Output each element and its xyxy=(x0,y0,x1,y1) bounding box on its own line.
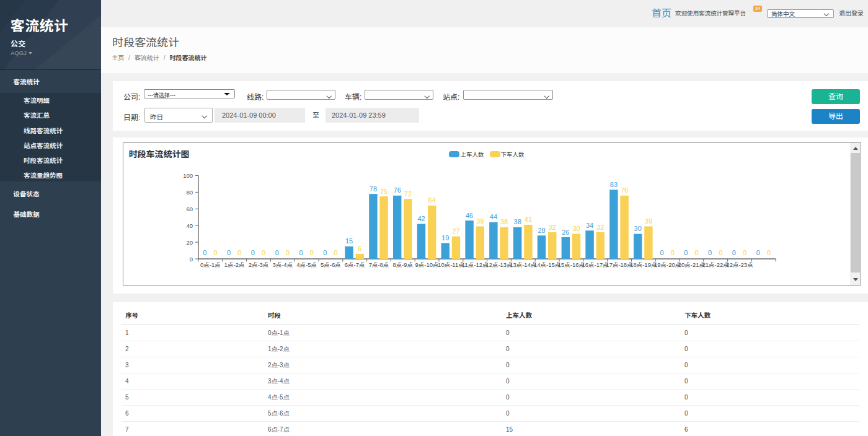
svg-text:15: 15 xyxy=(345,237,353,245)
svg-text:0: 0 xyxy=(299,249,303,256)
svg-text:0: 0 xyxy=(251,249,255,256)
svg-text:38: 38 xyxy=(500,218,508,225)
svg-text:72: 72 xyxy=(404,190,412,198)
svg-text:6: 6 xyxy=(358,245,361,252)
svg-text:41: 41 xyxy=(525,216,532,223)
svg-text:76: 76 xyxy=(394,186,401,194)
svg-text:16点-17点: 16点-17点 xyxy=(582,261,609,268)
svg-text:11点-12点: 11点-12点 xyxy=(462,261,489,268)
svg-text:15点-16点: 15点-16点 xyxy=(558,261,585,268)
svg-text:3点-4点: 3点-4点 xyxy=(272,261,293,268)
svg-text:0: 0 xyxy=(237,249,241,256)
svg-text:6点-7点: 6点-7点 xyxy=(345,261,365,268)
svg-text:0: 0 xyxy=(310,249,314,256)
svg-text:34: 34 xyxy=(586,222,593,229)
svg-text:46: 46 xyxy=(466,212,473,219)
svg-text:78: 78 xyxy=(370,185,377,193)
svg-text:30: 30 xyxy=(634,225,642,232)
svg-text:39: 39 xyxy=(476,217,484,225)
svg-text:0: 0 xyxy=(756,249,760,256)
svg-text:18点-19点: 18点-19点 xyxy=(630,261,657,268)
svg-text:0: 0 xyxy=(203,249,206,256)
svg-text:4点-5点: 4点-5点 xyxy=(296,261,317,268)
svg-text:0: 0 xyxy=(767,249,771,256)
svg-text:80: 80 xyxy=(186,189,193,196)
svg-text:27: 27 xyxy=(452,227,459,235)
svg-text:17点-18点: 17点-18点 xyxy=(606,261,632,268)
svg-text:32: 32 xyxy=(549,224,556,231)
svg-text:13点-14点: 13点-14点 xyxy=(510,261,536,268)
svg-text:0点-1点: 0点-1点 xyxy=(200,261,221,268)
svg-text:22点-23点: 22点-23点 xyxy=(726,261,753,268)
svg-text:14点-15点: 14点-15点 xyxy=(534,261,560,268)
svg-text:30: 30 xyxy=(572,225,580,232)
svg-text:38: 38 xyxy=(514,218,521,225)
svg-text:10点-11点: 10点-11点 xyxy=(438,261,464,268)
svg-text:0: 0 xyxy=(671,249,675,256)
svg-text:100: 100 xyxy=(183,172,193,179)
svg-text:0: 0 xyxy=(732,249,736,256)
svg-text:0: 0 xyxy=(227,249,231,256)
svg-text:0: 0 xyxy=(334,249,337,256)
svg-text:60: 60 xyxy=(186,206,193,212)
svg-text:8点-9点: 8点-9点 xyxy=(392,261,413,268)
svg-text:1点-2点: 1点-2点 xyxy=(224,261,245,268)
svg-text:32: 32 xyxy=(596,224,604,231)
svg-text:2点-3点: 2点-3点 xyxy=(249,261,269,268)
svg-text:20: 20 xyxy=(186,239,193,246)
svg-text:75: 75 xyxy=(380,188,388,195)
svg-text:21点-22点: 21点-22点 xyxy=(702,261,729,268)
svg-text:12点-13点: 12点-13点 xyxy=(485,261,512,268)
svg-text:0: 0 xyxy=(190,256,193,263)
svg-text:0: 0 xyxy=(286,249,290,256)
svg-text:7点-8点: 7点-8点 xyxy=(369,261,389,268)
svg-text:19: 19 xyxy=(441,234,449,242)
svg-text:0: 0 xyxy=(719,249,722,256)
svg-text:0: 0 xyxy=(660,249,663,256)
svg-text:26: 26 xyxy=(562,229,569,236)
svg-text:19点-20点: 19点-20点 xyxy=(654,261,681,268)
svg-text:9点-10点: 9点-10点 xyxy=(415,261,439,268)
svg-text:64: 64 xyxy=(428,196,436,204)
svg-text:28: 28 xyxy=(538,227,545,234)
svg-text:0: 0 xyxy=(275,249,279,256)
svg-text:39: 39 xyxy=(645,217,652,225)
svg-text:0: 0 xyxy=(743,249,746,256)
svg-text:40: 40 xyxy=(186,222,193,229)
svg-text:0: 0 xyxy=(213,249,217,256)
svg-text:44: 44 xyxy=(490,213,497,220)
svg-text:76: 76 xyxy=(621,186,628,194)
svg-text:0: 0 xyxy=(323,249,327,256)
svg-text:0: 0 xyxy=(262,249,265,256)
svg-text:42: 42 xyxy=(417,215,425,222)
svg-text:83: 83 xyxy=(610,181,618,188)
svg-text:20点-21点: 20点-21点 xyxy=(678,261,705,268)
svg-text:5点-6点: 5点-6点 xyxy=(321,261,341,268)
svg-text:0: 0 xyxy=(708,249,712,256)
svg-text:0: 0 xyxy=(684,249,688,256)
svg-text:0: 0 xyxy=(694,249,698,256)
